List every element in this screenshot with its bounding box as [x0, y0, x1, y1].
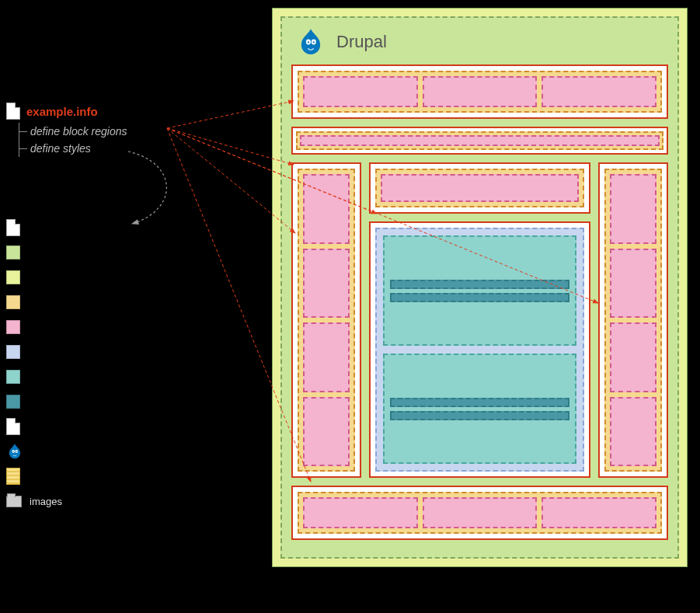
block — [542, 76, 656, 107]
legend: images — [6, 219, 62, 517]
block — [303, 497, 418, 528]
file-icon — [6, 103, 20, 120]
drupal-icon — [6, 443, 23, 460]
field — [390, 398, 569, 407]
drupal-header: Drupal — [291, 24, 668, 64]
swatch-darkteal — [6, 395, 20, 409]
swatch-orange — [6, 295, 20, 309]
svg-point-3 — [16, 451, 17, 452]
region-inner — [298, 71, 662, 113]
block — [610, 322, 656, 392]
comment — [383, 354, 576, 464]
region-content — [369, 221, 590, 478]
doc-icon — [6, 468, 20, 485]
file-icon — [6, 219, 20, 236]
region-sidebar-left — [291, 162, 361, 478]
region-inner — [298, 169, 355, 472]
region-inner — [298, 492, 662, 534]
file-icon — [6, 418, 20, 435]
swatch-pink — [6, 320, 20, 334]
swatch-yellowgreen — [6, 270, 20, 284]
legend-images-label: images — [30, 496, 62, 507]
block — [610, 249, 656, 319]
info-file-section: example.info define block regions define… — [6, 103, 255, 157]
folder-icon — [6, 496, 22, 507]
drupal-title: Drupal — [336, 32, 387, 52]
block — [303, 322, 350, 392]
svg-point-6 — [308, 41, 309, 43]
block — [542, 497, 656, 528]
block — [303, 249, 350, 319]
svg-point-7 — [313, 41, 315, 43]
region-inner — [296, 131, 663, 150]
tree-item-regions: define block regions — [19, 123, 255, 140]
region-inner — [375, 169, 584, 207]
block — [423, 497, 538, 528]
field — [390, 280, 569, 289]
swatch-teal — [6, 370, 20, 384]
block — [303, 76, 418, 107]
region-inner — [604, 169, 662, 472]
block — [610, 397, 656, 467]
info-tree: define block regions define styles — [19, 123, 255, 157]
field — [390, 411, 569, 420]
block — [300, 135, 660, 146]
swatch-blue — [6, 345, 20, 359]
block — [381, 174, 579, 202]
page-region: Drupal — [280, 16, 679, 559]
node — [375, 228, 584, 472]
center-column — [369, 162, 590, 478]
region-featured — [291, 127, 668, 155]
comment — [383, 235, 576, 346]
middle-row — [291, 162, 668, 478]
block — [303, 397, 350, 467]
block — [423, 76, 538, 107]
info-filename: example.info — [26, 105, 98, 118]
block — [610, 174, 656, 244]
region-sidebar-right — [598, 162, 668, 478]
drupal-panel: Drupal — [272, 8, 688, 567]
region-footer — [291, 486, 668, 540]
tree-item-styles: define styles — [19, 140, 255, 157]
region-header — [291, 64, 668, 119]
svg-point-2 — [13, 451, 14, 452]
region-highlighted — [369, 162, 590, 214]
swatch-green — [6, 246, 20, 259]
block — [303, 174, 350, 244]
drupal-icon — [296, 27, 326, 57]
field — [390, 293, 569, 302]
